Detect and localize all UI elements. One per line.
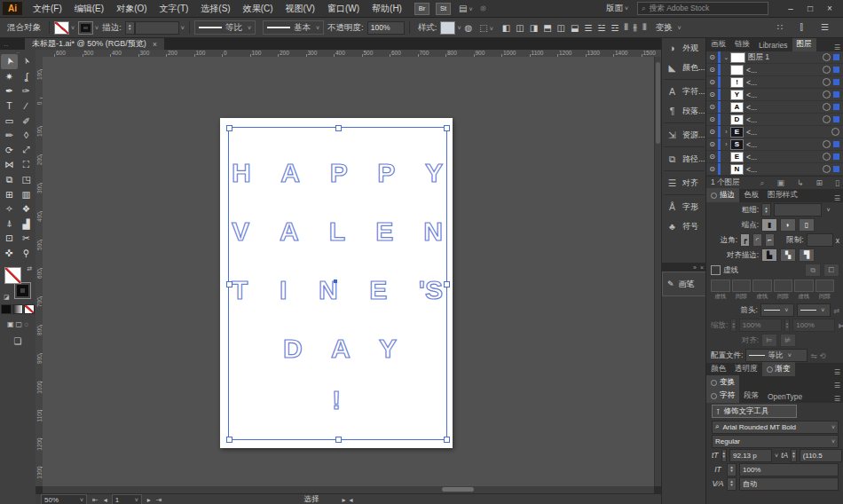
tab-段落[interactable]: 段落 [739,389,763,403]
status-expand-icon[interactable]: ▸ [342,496,345,504]
curvature-tool[interactable]: ✑ [18,83,35,98]
none-mode-button[interactable] [24,304,35,314]
collapse-icon[interactable]: » [693,264,697,271]
layer-thumbnail[interactable]: N [730,164,744,175]
canvas[interactable]: HAPPYVALENTINE'SDAY! [43,57,654,486]
visibility-eye-icon[interactable]: ⊙ [706,140,718,148]
layer-row[interactable]: ⊙D<... [706,114,843,126]
menu-item[interactable]: 文件(F) [27,3,68,15]
magic-wand-tool[interactable]: ✷ [1,69,18,84]
layer-name[interactable]: <... [746,103,757,112]
arrowhead-select-0[interactable]: ˅ [760,303,794,317]
style-swatch[interactable] [440,21,455,35]
tab-渐变[interactable]: 渐变 [762,362,795,376]
stock-search-input[interactable]: ⌕ 搜索 Adobe Stock [637,2,768,15]
distribute-left-icon[interactable]: ⫴ [624,22,627,33]
corner-button-2[interactable]: ⌐ [765,233,775,247]
panel-align[interactable]: ☰对齐 [662,173,706,193]
artboard-letter[interactable]: ! [332,384,341,416]
selection-square[interactable] [833,116,839,122]
target-circle-icon[interactable] [823,91,831,98]
close-button[interactable]: × [820,1,839,16]
tab-色板[interactable]: 色板 [739,188,763,202]
target-circle-icon[interactable] [823,53,831,61]
fill-color-well[interactable] [4,267,21,284]
new-layer-icon[interactable]: ⊞ [816,178,823,188]
panel-pathfinder[interactable]: ⧉路径... [662,149,706,169]
tab-字符[interactable]: 字符 [706,389,739,403]
artboard[interactable]: HAPPYVALENTINE'SDAY! [220,118,453,448]
selection-square[interactable] [833,154,839,160]
blend-tool[interactable]: ❖ [18,201,35,217]
layer-row[interactable]: ⊙N<... [706,163,843,176]
tab-画板[interactable]: 画板 [706,38,730,51]
preserve-dash-icon[interactable]: ⧉ [805,264,821,277]
line-segment-tool[interactable]: ∕ [18,98,35,114]
layer-thumbnail[interactable]: S [730,139,744,150]
artboard-letter[interactable]: 'S [419,274,443,306]
target-circle-icon[interactable] [823,78,831,86]
width-profile-select[interactable]: 等比˅ [194,20,256,35]
stroke-weight-field[interactable] [135,21,179,35]
pencil-tool[interactable]: ✏ [1,128,18,143]
selection-square[interactable] [833,91,839,98]
tab-链接[interactable]: 链接 [730,38,754,51]
panel-color[interactable]: ◣颜色... [662,58,706,77]
dashed-line-checkbox[interactable] [711,265,721,275]
cap-button-1[interactable]: ◗ [780,218,796,232]
vertical-scrollbar-thumb[interactable] [656,62,660,144]
next-artboard-icon[interactable]: ▸ [147,496,151,504]
target-circle-icon[interactable] [823,165,831,173]
kerning-field[interactable]: 自动 [739,477,839,491]
maximize-button[interactable]: □ [800,1,820,16]
selection-square[interactable] [833,166,839,172]
visibility-eye-icon[interactable]: ⊙ [706,66,718,74]
visibility-eye-icon[interactable]: ⊙ [706,78,718,86]
stock-button[interactable]: St [436,3,451,15]
artboard-letter[interactable]: N [423,216,443,248]
vertical-scale-stepper[interactable]: ▲▼ [727,463,737,476]
selection-square[interactable] [833,54,839,60]
horizontal-scrollbar[interactable] [43,486,654,493]
layer-row[interactable]: ⊙<... [706,64,843,76]
layer-thumbnail[interactable]: ! [730,77,744,88]
zoom-level-select[interactable]: 50%˅ [41,494,87,504]
tab-图层[interactable]: 图层 [792,38,816,51]
options-menu-icon[interactable]: ☰ [821,22,829,33]
layer-row[interactable]: ⊙A<... [706,101,843,114]
arrange-documents-icon[interactable]: ⫿ [800,22,803,33]
menu-item[interactable]: 对象(O) [110,3,153,15]
perspective-grid-tool[interactable]: ◳ [18,172,35,187]
type-tool[interactable]: T [1,98,18,114]
layer-thumbnail[interactable]: Y [730,90,744,100]
brush-definition-select[interactable]: 基本˅ [263,20,324,35]
visibility-eye-icon[interactable]: ⊙ [706,165,718,173]
font-style-select[interactable]: Regular ˅ [712,435,839,448]
dash-field-4[interactable] [794,280,814,292]
app-logo-icon[interactable]: Ai [3,2,22,15]
tab-图形样式[interactable]: 图形样式 [763,188,802,202]
mesh-tool[interactable]: ⊞ [1,186,18,201]
panel-glyphs[interactable]: Å字形 [662,197,706,217]
scale-tool[interactable]: ⤢ [18,143,35,158]
touch-type-tool-button[interactable]: ⊺ 修饰文字工具 [712,405,797,418]
miter-limit-field[interactable] [807,233,833,247]
layer-name[interactable]: <... [746,165,757,174]
target-circle-icon[interactable] [823,66,831,74]
kerning-stepper[interactable]: ▲▼ [727,477,737,491]
layer-name[interactable]: <... [746,153,757,161]
document-tab[interactable]: 未标题-1.ai* @ 50% (RGB/预览) × [25,38,164,50]
dropdown-arrow-icon[interactable]: ˅ [819,307,827,313]
new-sublayer-icon[interactable]: ↳ [797,178,804,188]
zoom-tool[interactable]: ⚲ [18,246,35,261]
menu-item[interactable]: 选择(S) [194,3,236,15]
artboard-letter[interactable]: V [232,216,249,248]
selected-anchor-point[interactable] [334,280,337,283]
draw-normal-icon[interactable]: ▣ [7,320,14,328]
layer-thumbnail[interactable]: E [730,152,744,162]
free-transform-tool[interactable]: ⛶ [18,157,35,172]
arrowhead-select-1[interactable]: ˅ [797,303,831,317]
direct-selection-tool[interactable]: ➢ [18,54,35,69]
width-tool[interactable]: ⋈ [1,157,18,172]
artboard-letter[interactable]: D [283,333,303,365]
